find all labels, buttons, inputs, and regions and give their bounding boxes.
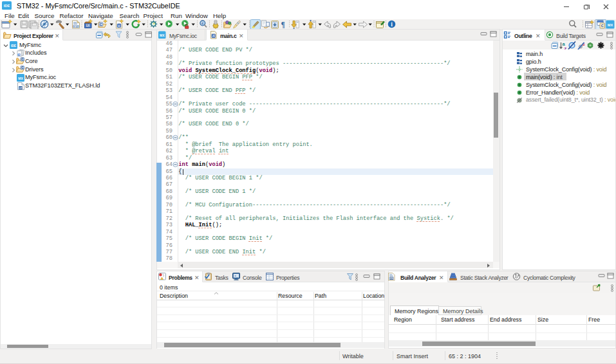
- svg-text:>_: >_: [234, 275, 238, 278]
- svg-text:.c: .c: [212, 33, 215, 37]
- svg-text:010: 010: [389, 277, 393, 280]
- svg-text:MX: MX: [160, 33, 165, 37]
